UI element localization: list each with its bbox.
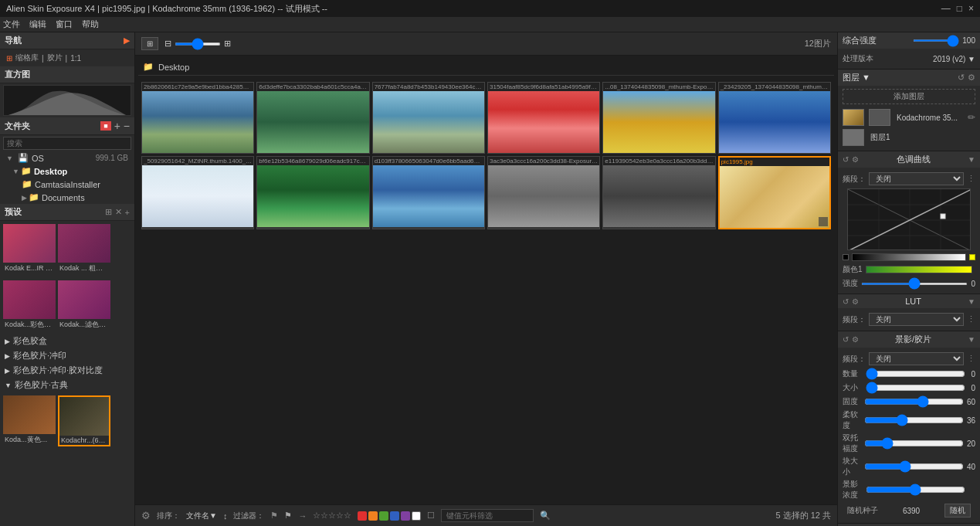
settings-icon[interactable]: ⚙: [141, 510, 151, 521]
layer-settings-icon[interactable]: ⚙: [968, 73, 975, 83]
thumbnail-size-slider[interactable]: [175, 42, 221, 46]
photo-item-4[interactable]: ...08_1374044835098_mthumb-Exposure.tif: [602, 82, 715, 154]
curve-settings-icon[interactable]: ⚙: [852, 155, 859, 164]
layer-item-1[interactable]: 图层1: [843, 127, 975, 148]
category-color-print-contrast[interactable]: ▶ 彩色胶片·冲印·胶对比度: [0, 363, 134, 378]
photo-item-8[interactable]: d103ff3780665063047d0e6bb5aad664.jpg: [372, 156, 485, 229]
curve-channel-select[interactable]: 关闭: [869, 172, 964, 185]
photo-item-5[interactable]: _23429205_1374044835098_mthumb.jpg: [718, 82, 831, 154]
menu-window[interactable]: 窗口: [56, 19, 73, 30]
photo-item-9[interactable]: 3ac3e0a3ccc16a200c3dd38-Exposure.pdf: [487, 156, 600, 229]
menu-help[interactable]: 帮助: [82, 19, 99, 30]
disk-item-os[interactable]: ▼ 💾 OS 999.1 GB: [0, 151, 134, 165]
histogram-section-header[interactable]: 直方图: [0, 66, 134, 83]
preset-item-0[interactable]: Kodak E...IR · 冷淡: [3, 224, 56, 274]
preset-item-bottom-1[interactable]: Kodachr...(6-1962): [58, 395, 110, 446]
color-dot-white[interactable]: [412, 511, 421, 521]
intensity-header[interactable]: 综合强度 100: [838, 32, 980, 49]
flag-icon[interactable]: ⚑: [270, 511, 278, 521]
curve-black-point[interactable]: [843, 254, 849, 260]
preset-item-2[interactable]: Kodak...彩色胶感: [3, 280, 56, 331]
add-folder-btn[interactable]: +: [114, 120, 120, 132]
layer-item-0[interactable]: Kodachrome 35... ✏: [843, 107, 975, 127]
photo-item-7[interactable]: bf6e12b5346a8679029d06eadc917ca.jpg: [256, 156, 369, 229]
photo-grid-area[interactable]: 📁 Desktop 2b8620661c72e9a5e9bed1bba42851…: [135, 56, 837, 504]
grain-size-slider[interactable]: [866, 382, 965, 394]
lut-header[interactable]: ↺ ⚙ LUT ▼: [838, 294, 980, 308]
preset-item-1[interactable]: Kodak ... 粗糙光芒: [58, 224, 110, 274]
lut-channel-select[interactable]: 关闭: [869, 313, 964, 326]
grain-channel-icon[interactable]: ⋮: [967, 354, 975, 364]
photo-item-1[interactable]: 6d3deffe7bca3302bab4a601c5cca4aa.jpg: [256, 82, 369, 154]
grain-settings-icon[interactable]: ⚙: [852, 335, 859, 344]
photo-item-2[interactable]: 7677fab74a8d7b453b149430ee364c9ce.jpg: [372, 82, 485, 154]
curve-refresh-icon[interactable]: ↺: [843, 155, 849, 164]
color-dot-purple[interactable]: [401, 511, 410, 521]
category-color-box[interactable]: ▶ 彩色胶盒: [0, 334, 134, 348]
folder-desktop[interactable]: ▼ 📁 Desktop: [0, 165, 134, 178]
curve-channel-icon[interactable]: ⋮: [967, 174, 975, 184]
grid-view-btn[interactable]: ⊞: [141, 37, 158, 50]
lut-expand-icon[interactable]: ▼: [968, 297, 975, 306]
menu-file[interactable]: 文件: [3, 19, 20, 30]
grain-density-slider[interactable]: [864, 395, 964, 408]
menu-edit[interactable]: 编辑: [29, 19, 46, 30]
photo-item-11[interactable]: pic1995.jpg: [718, 156, 831, 229]
curve-canvas[interactable]: [847, 188, 971, 250]
grain-channel-select[interactable]: 关闭: [869, 352, 964, 365]
remove-folder-btn[interactable]: −: [124, 120, 130, 132]
photo-item-6[interactable]: _50929051642_MZtNR.thumb.1400_0.jpeg: [141, 156, 254, 229]
sort-direction-btn[interactable]: ↕: [223, 511, 228, 521]
lut-refresh-icon[interactable]: ↺: [843, 297, 849, 306]
add-layer-icon[interactable]: ↺: [958, 73, 965, 83]
version-value[interactable]: 2019 (v2) ▼: [933, 55, 975, 63]
nav-section-header[interactable]: 导航 ▶: [0, 32, 134, 49]
star-rating[interactable]: ☆☆☆☆☆: [313, 511, 351, 521]
presets-section-header[interactable]: 预设 ⊞ ✕ +: [0, 204, 134, 221]
add-layer-btn[interactable]: 添加图层: [843, 89, 975, 104]
filter-search-input[interactable]: [441, 509, 534, 522]
maximize-btn[interactable]: □: [957, 3, 962, 14]
grain-blocksize-slider[interactable]: [864, 460, 964, 473]
grain-seed-btn[interactable]: 随机: [944, 504, 971, 518]
grain-shadow-slider[interactable]: [866, 484, 965, 496]
photo-item-10[interactable]: e119390542eb3e0a3ccc16a200b3dd38.jpg: [602, 156, 715, 229]
search-icon[interactable]: 🔍: [540, 511, 551, 521]
sort-value[interactable]: 文件名▼: [186, 511, 217, 521]
layer-edit-icon[interactable]: ✏: [968, 112, 975, 123]
grain-expand-icon[interactable]: ▼: [968, 335, 975, 344]
flag-icon-2[interactable]: ⚑: [284, 511, 292, 521]
preset-item-3[interactable]: Kodak...滤色胶感 (: [58, 280, 110, 331]
category-color-classic[interactable]: ▼ 彩色胶片·古典: [0, 378, 134, 392]
curve-intensity-slider[interactable]: [861, 283, 968, 285]
color-dot-blue[interactable]: [390, 511, 399, 521]
grain-refresh-icon[interactable]: ↺: [843, 335, 849, 344]
minimize-btn[interactable]: —: [941, 3, 951, 14]
files-section-header[interactable]: 文件夹 ■ + −: [0, 117, 134, 135]
checkbox-filter-icon[interactable]: ☐: [427, 511, 435, 521]
intensity-slider[interactable]: [913, 39, 959, 42]
preset-grid-icon[interactable]: ⊞: [105, 207, 112, 217]
preset-item-bottom-0[interactable]: Koda...黄色考彩感 (: [3, 395, 56, 446]
grain-dual-slider[interactable]: [864, 437, 964, 450]
category-color-print[interactable]: ▶ 彩色胶片·冲印: [0, 348, 134, 363]
preset-list-icon[interactable]: ✕: [115, 207, 122, 217]
curve-yellow-point[interactable]: [969, 254, 975, 260]
curve-header[interactable]: ↺ ⚙ 色调曲线 ▼: [838, 151, 980, 168]
lut-channel-icon[interactable]: ⋮: [967, 314, 975, 324]
color-dot-orange[interactable]: [368, 511, 378, 521]
grain-header[interactable]: ↺ ⚙ 景影/胶片 ▼: [838, 331, 980, 348]
curve-expand-icon[interactable]: ▼: [968, 155, 975, 164]
color-dot-red[interactable]: [358, 511, 367, 521]
folder-documents[interactable]: ▶ 📁 Documents: [0, 191, 134, 204]
preset-add-icon[interactable]: +: [125, 207, 130, 217]
photo-item-0[interactable]: 2b8620661c72e9a5e9bed1bba428515s.jpg: [141, 82, 254, 154]
grain-count-slider[interactable]: [866, 368, 965, 380]
grain-soft-slider[interactable]: [864, 414, 964, 426]
files-action-icon[interactable]: ■: [100, 121, 110, 131]
color-dot-green[interactable]: [379, 511, 388, 521]
lut-settings-icon[interactable]: ⚙: [852, 297, 859, 306]
search-input[interactable]: [3, 137, 131, 150]
layers-header[interactable]: 图层 ▼ ↺ ⚙: [838, 70, 980, 86]
photo-item-3[interactable]: 31504faaf85dc9f6d8afa51ab4995a9f.jpg: [487, 82, 600, 154]
